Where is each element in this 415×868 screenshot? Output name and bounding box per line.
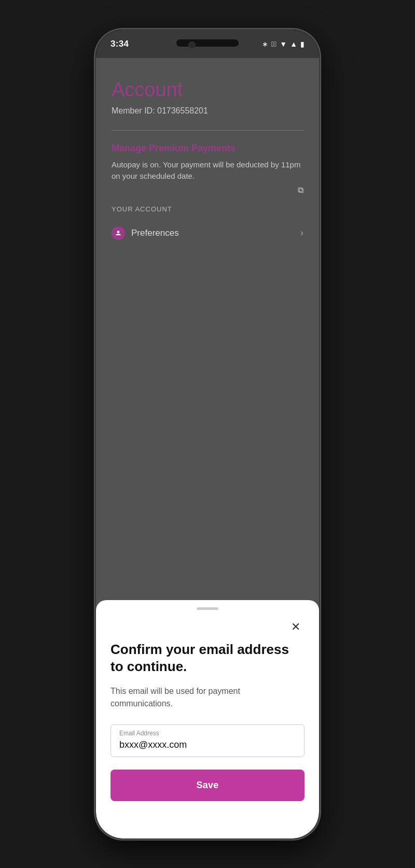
modal-description: This email will be used for payment comm… [110, 685, 305, 710]
status-icons: ∗ 🔔⃠ ▼ ▲ ▮ [262, 40, 305, 48]
battery-icon: ▮ [300, 40, 305, 48]
signal-icon: ▲ [290, 40, 297, 48]
external-link-icon: ⧉ [112, 186, 303, 195]
save-button[interactable]: Save [110, 770, 305, 801]
wifi-icon: ▼ [280, 40, 287, 48]
close-button-row: ✕ [110, 613, 305, 641]
bluetooth-icon: ∗ [262, 40, 268, 48]
status-bar: 3:34 ∗ 🔔⃠ ▼ ▲ ▮ [96, 30, 319, 58]
modal-title: Confirm your email address to continue. [110, 641, 305, 676]
app-background: Account Member ID: 01736558201 Manage Pr… [96, 58, 319, 838]
app-content: Account Member ID: 01736558201 Manage Pr… [96, 58, 319, 246]
autopay-description: Autopay is on. Your payment will be dedu… [112, 159, 303, 182]
sheet-handle-row [110, 600, 305, 613]
email-field-label: Email Address [119, 730, 159, 737]
preferences-label: Preferences [131, 228, 294, 238]
phone-screen: 3:34 ∗ 🔔⃠ ▼ ▲ ▮ Account Member ID: 01736… [96, 30, 319, 838]
email-field-wrapper[interactable]: Email Address [110, 724, 305, 757]
manage-payments-title: Manage Premium Payments [112, 143, 303, 154]
preferences-icon [112, 226, 125, 240]
phone-device: 3:34 ∗ 🔔⃠ ▼ ▲ ▮ Account Member ID: 01736… [96, 30, 319, 838]
your-account-label: YOUR ACCOUNT [112, 205, 303, 213]
account-title: Account [112, 79, 303, 101]
sheet-handle [197, 607, 218, 610]
divider-1 [112, 130, 303, 131]
status-time: 3:34 [110, 39, 129, 49]
mute-icon: 🔔⃠ [271, 40, 276, 48]
preferences-row[interactable]: Preferences › [112, 220, 303, 246]
chevron-right-icon: › [300, 227, 303, 238]
svg-point-0 [117, 231, 120, 233]
bottom-sheet-modal: ✕ Confirm your email address to continue… [96, 600, 319, 838]
member-id: Member ID: 01736558201 [112, 106, 303, 116]
camera [188, 41, 196, 49]
close-button[interactable]: ✕ [287, 618, 305, 636]
